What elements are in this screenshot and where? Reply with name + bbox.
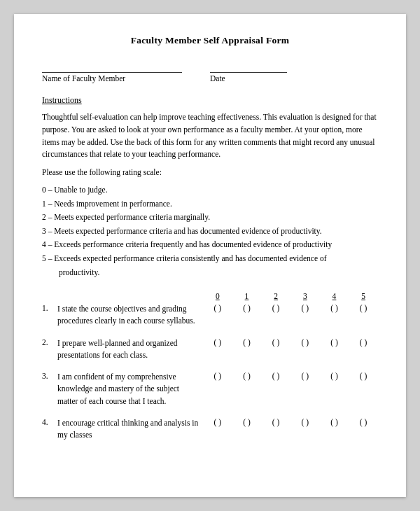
question-number-3: 3. [42, 371, 57, 380]
question-ratings-1: ( )( )( )( )( )( ) [203, 303, 378, 312]
radio-3-0[interactable]: ( ) [210, 372, 225, 380]
radio-4-3[interactable]: ( ) [298, 418, 313, 426]
rating-header-5: 5 [356, 292, 371, 300]
question-ratings-3: ( )( )( )( )( )( ) [203, 371, 378, 380]
instructions-heading: Instructions [42, 95, 378, 106]
ratings-col-header: 0 1 2 3 4 5 [203, 292, 378, 300]
radio-3-1[interactable]: ( ) [239, 372, 254, 380]
radio-4-5[interactable]: ( ) [356, 418, 371, 426]
form-page: Faculty Member Self Appraisal Form Name … [14, 14, 406, 497]
question-number-4: 4. [42, 417, 57, 426]
radio-2-4[interactable]: ( ) [326, 338, 342, 346]
question-text-2: I prepare well-planned and organized pre… [57, 337, 203, 362]
name-label: Name of Faculty Member [42, 74, 182, 83]
question-row-4: 4.I encourage critical thinking and anal… [42, 417, 378, 442]
rating-header-4: 4 [326, 292, 342, 300]
radio-3-2[interactable]: ( ) [268, 372, 284, 380]
radio-1-3[interactable]: ( ) [298, 304, 313, 312]
radio-2-2[interactable]: ( ) [268, 338, 284, 346]
scale-item-3: 3 – Meets expected performance criteria … [42, 225, 378, 239]
rating-header-2: 2 [268, 292, 284, 300]
radio-2-0[interactable]: ( ) [210, 338, 225, 346]
question-row-1: 1.I state the course objectives and grad… [42, 303, 378, 328]
scale-item-4: 4 – Exceeds performance criteria frequen… [42, 238, 378, 252]
date-label: Date [210, 74, 287, 83]
question-ratings-2: ( )( )( )( )( )( ) [203, 337, 378, 346]
name-field-group: Name of Faculty Member [42, 63, 182, 83]
radio-1-2[interactable]: ( ) [268, 304, 284, 312]
radio-1-4[interactable]: ( ) [326, 304, 342, 312]
questions-table: 0 1 2 3 4 5 1.I state the course objecti… [42, 292, 378, 441]
date-field-group: Date [210, 63, 287, 83]
question-row-2: 2.I prepare well-planned and organized p… [42, 337, 378, 362]
date-line [210, 63, 287, 73]
radio-1-1[interactable]: ( ) [239, 304, 254, 312]
rating-intro: Please use the following rating scale: [42, 168, 378, 176]
question-number-1: 1. [42, 303, 57, 312]
radio-4-0[interactable]: ( ) [210, 418, 225, 426]
radio-3-4[interactable]: ( ) [326, 372, 342, 380]
question-ratings-4: ( )( )( )( )( )( ) [203, 417, 378, 426]
question-text-3: I am confident of my comprehensive knowl… [57, 371, 203, 407]
scale-item-1: 1 – Needs improvement in performance. [42, 197, 378, 211]
rating-header-1: 1 [239, 292, 254, 300]
radio-1-0[interactable]: ( ) [210, 304, 225, 312]
scale-item-2: 2 – Meets expected performance criteria … [42, 211, 378, 225]
question-number-2: 2. [42, 337, 57, 346]
radio-3-5[interactable]: ( ) [356, 372, 371, 380]
questions-container: 1.I state the course objectives and grad… [42, 303, 378, 441]
question-text-1: I state the course objectives and gradin… [57, 303, 203, 328]
name-line [42, 63, 182, 73]
scale-item-6: productivity. [42, 266, 378, 280]
radio-2-1[interactable]: ( ) [239, 338, 254, 346]
radio-4-2[interactable]: ( ) [268, 418, 284, 426]
description-col-header [42, 292, 203, 300]
field-row: Name of Faculty Member Date [42, 63, 378, 83]
question-row-3: 3.I am confident of my comprehensive kno… [42, 371, 378, 407]
radio-3-3[interactable]: ( ) [298, 372, 313, 380]
instructions-text: Thoughtful self-evaluation can help impr… [42, 111, 378, 161]
rating-header-row: 0 1 2 3 4 5 [42, 292, 378, 300]
rating-header-3: 3 [298, 292, 313, 300]
rating-header-0: 0 [210, 292, 225, 300]
scale-item-5: 5 – Exceeds expected performance criteri… [42, 252, 378, 266]
question-text-4: I encourage critical thinking and analys… [57, 417, 203, 442]
radio-4-4[interactable]: ( ) [326, 418, 342, 426]
radio-2-5[interactable]: ( ) [356, 338, 371, 346]
radio-1-5[interactable]: ( ) [356, 304, 371, 312]
radio-4-1[interactable]: ( ) [239, 418, 254, 426]
page-title: Faculty Member Self Appraisal Form [42, 35, 378, 46]
radio-2-3[interactable]: ( ) [298, 338, 313, 346]
scale-item-0: 0 – Unable to judge. [42, 183, 378, 197]
rating-scale: 0 – Unable to judge. 1 – Needs improveme… [42, 183, 378, 279]
